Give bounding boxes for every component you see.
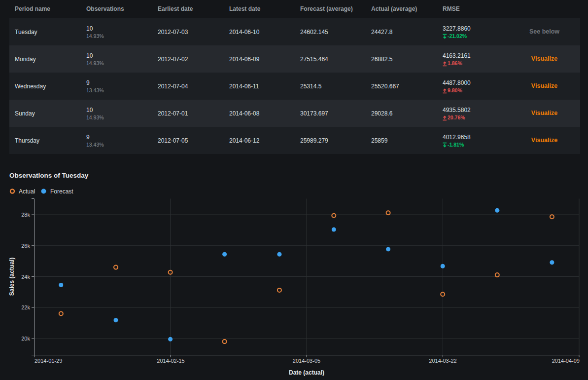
svg-text:2014-04-09: 2014-04-09: [552, 358, 580, 364]
svg-text:2014-03-22: 2014-03-22: [429, 358, 456, 364]
svg-text:Forecast: Forecast: [50, 188, 73, 195]
svg-text:24k: 24k: [21, 274, 30, 280]
svg-text:26k: 26k: [21, 243, 30, 249]
svg-text:2014-02-15: 2014-02-15: [157, 358, 184, 364]
svg-text:28k: 28k: [21, 212, 30, 218]
svg-text:2014-01-29: 2014-01-29: [35, 358, 62, 364]
svg-text:Sales (actual): Sales (actual): [8, 258, 15, 296]
svg-text:Date (actual): Date (actual): [289, 369, 324, 376]
svg-text:Observations of Tuesday: Observations of Tuesday: [9, 172, 89, 179]
svg-text:2014-03-05: 2014-03-05: [293, 358, 320, 364]
svg-text:22k: 22k: [21, 304, 30, 310]
svg-text:Actual: Actual: [19, 188, 35, 195]
svg-text:20k: 20k: [21, 336, 30, 342]
